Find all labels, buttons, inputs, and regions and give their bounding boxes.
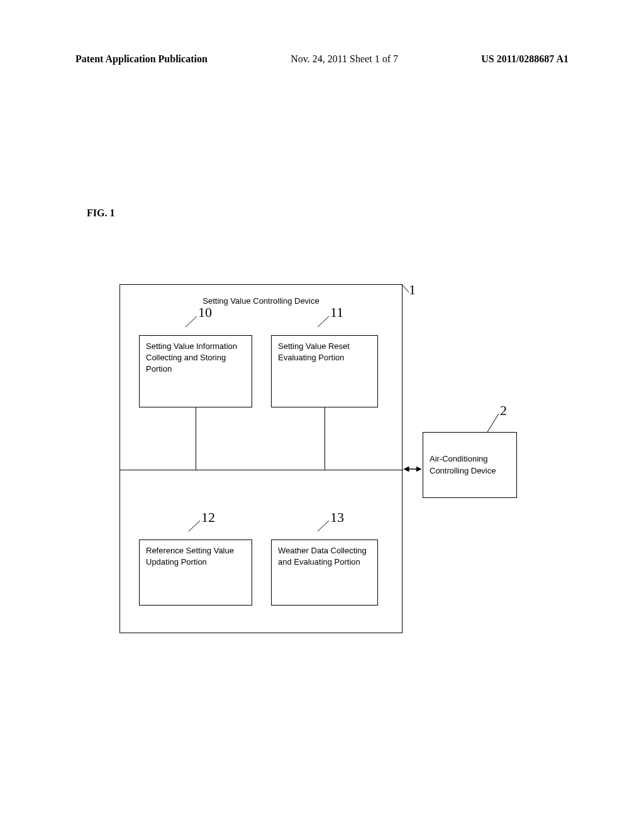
box-12-text: Reference Setting Value Updating Portion bbox=[146, 546, 234, 567]
box-11-text: Setting Value Reset Evaluating Portion bbox=[278, 341, 350, 362]
header-publication-number: US 2011/0288687 A1 bbox=[481, 53, 569, 65]
leader-line-1 bbox=[402, 285, 415, 297]
leader-line-12 bbox=[189, 519, 204, 534]
box-collecting-storing-portion: Setting Value Information Collecting and… bbox=[139, 335, 252, 407]
svg-line-1 bbox=[186, 316, 197, 327]
svg-line-2 bbox=[318, 316, 329, 327]
leader-line-13 bbox=[318, 519, 333, 534]
block-diagram: Setting Value Controlling Device Setting… bbox=[119, 277, 560, 648]
air-conditioning-controlling-device-box: Air-Conditioning Controlling Device bbox=[423, 432, 517, 498]
leader-line-10 bbox=[186, 314, 201, 330]
box-reset-evaluating-portion: Setting Value Reset Evaluating Portion bbox=[271, 335, 378, 407]
leader-line-2 bbox=[487, 412, 503, 434]
box-13-text: Weather Data Collecting and Evaluating P… bbox=[278, 546, 367, 567]
header-publication-type: Patent Application Publication bbox=[75, 53, 208, 65]
header-date-sheet: Nov. 24, 2011 Sheet 1 of 7 bbox=[291, 53, 398, 65]
connector-line bbox=[120, 470, 403, 470]
external-box-text: Air-Conditioning Controlling Device bbox=[430, 453, 510, 476]
connector-line bbox=[325, 407, 325, 470]
svg-line-4 bbox=[318, 521, 329, 531]
leader-line-11 bbox=[318, 314, 333, 330]
main-device-title: Setting Value Controlling Device bbox=[203, 296, 319, 306]
svg-line-5 bbox=[487, 414, 499, 432]
page-header: Patent Application Publication Nov. 24, … bbox=[0, 53, 644, 65]
svg-line-0 bbox=[402, 285, 409, 292]
box-updating-portion: Reference Setting Value Updating Portion bbox=[139, 540, 252, 606]
connector-line bbox=[196, 407, 196, 470]
figure-label: FIG. 1 bbox=[87, 208, 114, 219]
box-weather-data-portion: Weather Data Collecting and Evaluating P… bbox=[271, 540, 378, 606]
setting-value-controlling-device-box: Setting Value Controlling Device Setting… bbox=[119, 284, 402, 633]
svg-line-3 bbox=[189, 521, 200, 531]
box-10-text: Setting Value Information Collecting and… bbox=[146, 341, 237, 374]
bidirectional-arrow bbox=[402, 464, 425, 474]
